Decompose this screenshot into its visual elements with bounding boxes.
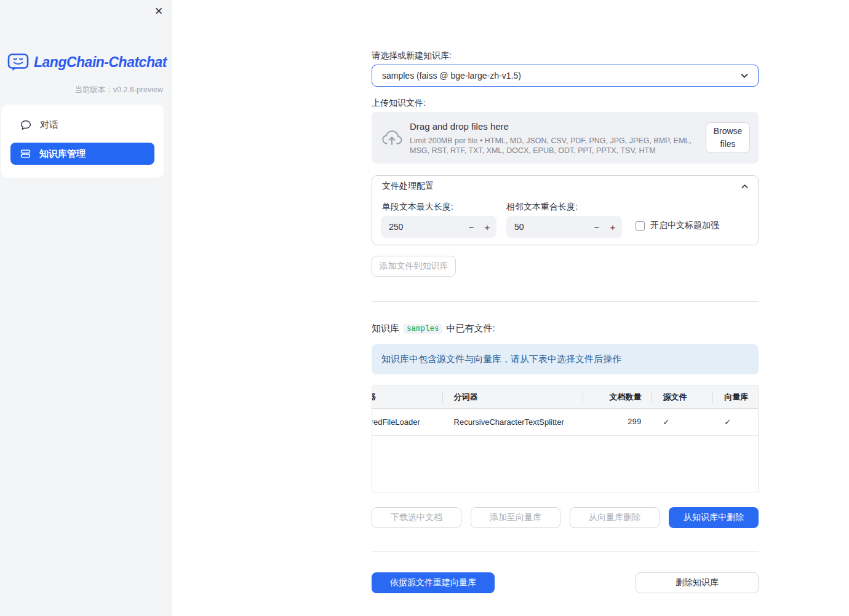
version-label: 当前版本：: [74, 85, 113, 94]
sidebar-item-kb-management[interactable]: 知识库管理: [10, 143, 154, 165]
column-header-loader-clipped[interactable]: 文档加载器: [372, 392, 442, 403]
overlap-size-value: 50: [514, 222, 524, 232]
chunk-size-label: 单段文本最大长度:: [382, 202, 453, 213]
zh-title-enhance-checkbox-row[interactable]: 开启中文标题加强: [636, 220, 719, 231]
file-action-buttons: 下载选中文档 添加至向量库 从向量库删除 从知识库中删除: [372, 507, 759, 528]
file-config-expander: 文件处理配置 单段文本最大长度: 相邻文本重合长度: 250 − + 50 − …: [372, 175, 759, 245]
table-row[interactable]: UnstructuredFileLoader RecursiveCharacte…: [372, 409, 758, 436]
checkbox-unchecked[interactable]: [636, 221, 645, 231]
add-to-vector-button[interactable]: 添加至向量库: [471, 507, 560, 528]
increment-button[interactable]: +: [479, 216, 495, 238]
sidebar-item-label: 知识库管理: [39, 148, 86, 160]
app-root: ✕ LangChain-Chatchat 当前版本：v0.2.6-preview: [0, 0, 849, 616]
decrement-button[interactable]: −: [589, 216, 605, 238]
table-header-row: 文档加载器 分词器 文档数量 源文件 向量库: [372, 386, 758, 409]
delete-from-kb-button[interactable]: 从知识库中删除: [669, 507, 759, 528]
checkbox-label: 开启中文标题加强: [650, 220, 719, 231]
cell-loader-clipped: UnstructuredFileLoader: [372, 417, 442, 427]
cloud-upload-icon: [381, 129, 402, 146]
upload-label: 上传知识文件:: [372, 98, 426, 109]
logo: LangChain-Chatchat: [7, 53, 167, 72]
kb-stack-icon: [20, 149, 31, 159]
logo-chat-icon: [7, 53, 30, 72]
cell-source-check: ✓: [650, 417, 712, 427]
kb-select-label: 请选择或新建知识库:: [372, 50, 452, 61]
existing-files-prefix: 知识库: [372, 323, 399, 334]
version-line: 当前版本：v0.2.6-preview: [74, 85, 163, 95]
overlap-size-label: 相邻文本重合长度:: [506, 202, 578, 213]
download-selected-button[interactable]: 下载选中文档: [372, 507, 461, 528]
kb-selectbox[interactable]: samples (faiss @ bge-large-zh-v1.5): [372, 65, 759, 87]
existing-files-line: 知识库 samples 中已有文件:: [372, 323, 495, 334]
expander-header[interactable]: 文件处理配置: [372, 176, 758, 197]
sidebar-close-icon[interactable]: ✕: [151, 4, 166, 18]
kb-files-table: 文档加载器 分词器 文档数量 源文件 向量库 UnstructuredFileL…: [372, 385, 759, 492]
sidebar-item-label: 对话: [40, 119, 58, 131]
column-separator: [712, 392, 713, 403]
column-header-splitter[interactable]: 分词器: [442, 392, 582, 403]
column-header-doc-count[interactable]: 文档数量: [582, 392, 650, 403]
cell-vector-check: ✓: [711, 417, 758, 427]
divider: [372, 301, 759, 302]
increment-button[interactable]: +: [605, 216, 621, 238]
column-separator: [583, 392, 583, 403]
column-separator: [651, 392, 652, 403]
kb-name-code: samples: [404, 324, 442, 334]
expander-title: 文件处理配置: [382, 181, 740, 192]
divider: [372, 551, 759, 552]
delete-from-vector-button[interactable]: 从向量库删除: [570, 507, 660, 528]
chunk-size-input[interactable]: 250 − +: [381, 216, 496, 238]
info-banner: 知识库中包含源文件与向量库，请从下表中选择文件后操作: [372, 344, 759, 374]
rebuild-vector-store-button[interactable]: 依据源文件重建向量库: [372, 572, 495, 593]
chunk-size-value: 250: [389, 222, 403, 232]
chevron-down-icon: [739, 71, 749, 81]
column-separator: [442, 392, 443, 403]
sidebar-item-dialogue[interactable]: 对话: [10, 114, 154, 135]
column-header-source-file[interactable]: 源文件: [650, 392, 712, 403]
existing-files-suffix: 中已有文件:: [447, 323, 495, 334]
sidebar-menu: 对话 知识库管理: [1, 105, 164, 178]
cell-splitter: RecursiveCharacterTextSplitter: [442, 417, 582, 427]
version-value: v0.2.6-preview: [113, 85, 163, 94]
dropzone-limit-text: Limit 200MB per file • HTML, MD, JSON, C…: [410, 136, 704, 156]
add-files-to-kb-button[interactable]: 添加文件到知识库: [372, 256, 456, 277]
cell-doc-count: 299: [582, 418, 650, 427]
kb-selectbox-value: samples (faiss @ bge-large-zh-v1.5): [382, 71, 739, 81]
chevron-up-icon: [740, 182, 749, 191]
logo-text: LangChain-Chatchat: [34, 54, 167, 71]
overlap-size-input[interactable]: 50 − +: [506, 216, 622, 238]
delete-kb-button[interactable]: 删除知识库: [636, 572, 759, 593]
file-dropzone[interactable]: Drag and drop files here Limit 200MB per…: [372, 112, 759, 164]
decrement-button[interactable]: −: [463, 216, 479, 238]
sidebar: ✕ LangChain-Chatchat 当前版本：v0.2.6-preview: [0, 0, 172, 616]
dropzone-title: Drag and drop files here: [410, 121, 509, 132]
browse-files-button[interactable]: Browse files: [706, 122, 750, 153]
main-content: 请选择或新建知识库: samples (faiss @ bge-large-zh…: [372, 0, 759, 616]
column-header-vector-store[interactable]: 向量库: [711, 392, 758, 403]
chat-bubble-icon: [20, 120, 31, 130]
